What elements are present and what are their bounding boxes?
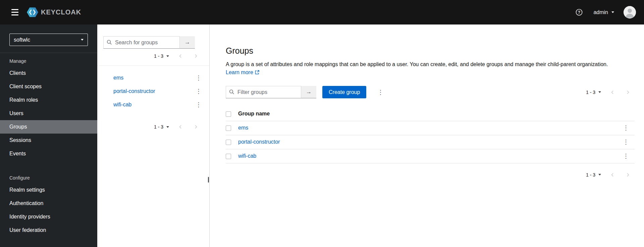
tree-search-wrap <box>103 36 180 49</box>
chevron-left-icon <box>178 125 183 129</box>
hamburger-icon <box>11 9 18 15</box>
group-link-wifi-cab[interactable]: wifi-cab <box>113 102 131 108</box>
sidebar-item-realm-settings[interactable]: Realm settings <box>0 183 97 197</box>
groups-tree-panel: → 1 - 3 <box>97 24 210 247</box>
search-icon <box>229 89 234 95</box>
chevron-down-icon <box>598 174 601 176</box>
groups-search-input[interactable] <box>103 36 180 49</box>
filter-groups-input[interactable] <box>226 86 301 98</box>
groups-toolbar: → Create group ⋮ 1 - 3 <box>226 86 635 98</box>
group-link-wifi-cab[interactable]: wifi-cab <box>238 153 256 159</box>
sidebar-item-groups[interactable]: Groups <box>0 120 97 134</box>
drawer-resize-handle[interactable] <box>208 177 209 183</box>
page-description: A group is a set of attributes and role … <box>226 60 627 77</box>
nav-section-title-configure: Configure <box>0 160 97 183</box>
pagination-next-button[interactable] <box>189 121 203 133</box>
avatar[interactable] <box>624 6 636 18</box>
row-checkbox[interactable] <box>226 154 231 159</box>
main-content: Groups A group is a set of attributes an… <box>210 24 644 247</box>
group-kebab-button[interactable]: ⋮ <box>194 73 203 83</box>
search-icon <box>107 40 112 45</box>
tree-group-item: portal-constructor ⋮ <box>97 85 209 98</box>
table-row: ems ⋮ <box>226 121 635 135</box>
realm-selector-label: softwlc <box>14 37 30 43</box>
group-link-ems[interactable]: ems <box>113 75 123 81</box>
chevron-left-icon <box>178 54 183 58</box>
pagination-range-label: 1 - 3 <box>586 90 595 95</box>
sidebar-item-user-federation[interactable]: User federation <box>0 224 97 237</box>
groups-table: Group name ems ⋮ portal-constructor ⋮ <box>226 107 635 163</box>
sidebar-item-identity-providers[interactable]: Identity providers <box>0 210 97 224</box>
external-link-icon <box>255 70 259 75</box>
column-header-actions <box>621 107 635 121</box>
tree-search-group: → <box>103 36 203 49</box>
kebab-icon: ⋮ <box>623 153 629 159</box>
table-pagination-top: 1 - 3 <box>583 86 635 98</box>
pagination-menu-toggle[interactable]: 1 - 3 <box>151 51 172 61</box>
question-circle-icon: ? <box>576 9 583 16</box>
pagination-prev-button[interactable] <box>174 50 187 62</box>
pagination-next-button[interactable] <box>189 50 203 62</box>
nav-section-configure: Configure Realm settings Authentication … <box>0 160 97 237</box>
pagination-range-label: 1 - 3 <box>586 172 595 178</box>
sidebar-item-sessions[interactable]: Sessions <box>0 134 97 147</box>
chevron-down-icon <box>166 126 169 128</box>
groups-tree-list: ems ⋮ portal-constructor ⋮ wifi-cab ⋮ <box>97 66 209 111</box>
pagination-menu-toggle[interactable]: 1 - 3 <box>583 169 604 180</box>
arrow-right-icon: → <box>306 89 312 95</box>
masthead: KEYCLOAK ? admin <box>0 0 644 24</box>
sidebar-item-users[interactable]: Users <box>0 107 97 120</box>
kebab-icon: ⋮ <box>377 89 383 95</box>
pagination-next-button[interactable] <box>621 86 635 98</box>
sidebar-item-authentication[interactable]: Authentication <box>0 197 97 210</box>
nav-toggle-button[interactable] <box>8 6 21 19</box>
help-button[interactable]: ? <box>576 9 583 16</box>
group-kebab-button[interactable]: ⋮ <box>194 87 203 96</box>
search-submit-button[interactable]: → <box>180 36 195 49</box>
app-body: softwlc Manage Clients Client scopes Rea… <box>0 24 644 247</box>
pagination-menu-toggle[interactable]: 1 - 3 <box>583 87 604 98</box>
row-kebab-button[interactable]: ⋮ <box>621 137 631 147</box>
group-link-portal-constructor[interactable]: portal-constructor <box>113 88 155 94</box>
chevron-down-icon <box>81 39 84 41</box>
group-link-portal-constructor[interactable]: portal-constructor <box>238 139 280 145</box>
group-link-ems[interactable]: ems <box>238 125 248 131</box>
tree-group-item: wifi-cab ⋮ <box>97 98 209 111</box>
pagination-prev-button[interactable] <box>174 121 187 133</box>
keycloak-logo-icon <box>27 7 38 17</box>
nav-section-title-manage: Manage <box>0 53 97 66</box>
page-title: Groups <box>226 45 635 56</box>
sidebar-item-events[interactable]: Events <box>0 147 97 160</box>
chevron-left-icon <box>610 172 615 177</box>
pagination-next-button[interactable] <box>621 169 635 181</box>
pagination-prev-button[interactable] <box>606 86 619 98</box>
sidebar-item-client-scopes[interactable]: Client scopes <box>0 80 97 93</box>
learn-more-link[interactable]: Learn more <box>226 69 259 75</box>
group-kebab-button[interactable]: ⋮ <box>194 100 203 109</box>
toolbar-kebab-button[interactable]: ⋮ <box>376 88 385 97</box>
row-checkbox[interactable] <box>226 126 231 131</box>
user-avatar-icon <box>624 6 636 18</box>
learn-more-label: Learn more <box>226 69 253 75</box>
row-kebab-button[interactable]: ⋮ <box>621 123 631 133</box>
app-root: KEYCLOAK ? admin softwlc <box>0 0 644 247</box>
realm-selector[interactable]: softwlc <box>9 34 88 46</box>
kebab-icon: ⋮ <box>196 88 202 94</box>
pagination-range-label: 1 - 3 <box>154 124 163 130</box>
chevron-left-icon <box>610 90 615 95</box>
user-menu-button[interactable]: admin <box>593 9 614 15</box>
tree-pagination-bottom: 1 - 3 <box>97 121 209 133</box>
pagination-menu-toggle[interactable]: 1 - 3 <box>151 121 172 132</box>
chevron-right-icon <box>194 125 198 129</box>
row-kebab-button[interactable]: ⋮ <box>621 151 631 161</box>
sidebar-item-clients[interactable]: Clients <box>0 66 97 80</box>
table-header-row: Group name <box>226 107 635 121</box>
kebab-icon: ⋮ <box>196 102 202 108</box>
select-all-checkbox[interactable] <box>226 111 231 117</box>
row-checkbox[interactable] <box>226 140 231 145</box>
filter-wrap <box>226 86 301 98</box>
sidebar-item-realm-roles[interactable]: Realm roles <box>0 93 97 107</box>
pagination-prev-button[interactable] <box>606 169 619 181</box>
filter-submit-button[interactable]: → <box>301 86 316 98</box>
create-group-button[interactable]: Create group <box>322 86 366 98</box>
